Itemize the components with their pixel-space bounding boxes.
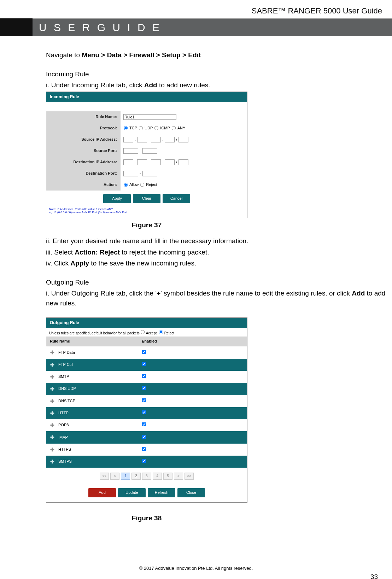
- expand-icon[interactable]: ✚: [50, 362, 54, 368]
- expand-icon[interactable]: ✚: [50, 459, 54, 464]
- doc-header-title: SABRE™ RANGER 5000 User Guide: [0, 0, 392, 18]
- cancel-button[interactable]: Cancel: [163, 194, 190, 203]
- col-enabled: Enabled: [142, 337, 247, 346]
- dst-ip-4[interactable]: [165, 159, 175, 165]
- protocol-options: TCP UDP ICMP ANY: [121, 123, 247, 134]
- banner-text: U S E R G U I D E: [39, 22, 162, 34]
- outgoing-step-i: i. Under Outgoing Rule tab, click the '+…: [46, 288, 388, 308]
- expand-icon[interactable]: ✚: [50, 447, 54, 452]
- rule-name-cell: IMAP: [58, 432, 142, 443]
- rule-name-input[interactable]: [123, 114, 176, 120]
- enabled-checkbox[interactable]: [142, 386, 146, 390]
- expand-icon[interactable]: ✚: [50, 422, 54, 428]
- enabled-checkbox[interactable]: [142, 362, 146, 366]
- pager-button[interactable]: >: [174, 473, 183, 480]
- proto-any-radio[interactable]: [171, 126, 176, 130]
- enabled-checkbox[interactable]: [142, 447, 146, 451]
- src-ip-mask[interactable]: [179, 137, 188, 142]
- pager-button[interactable]: 2: [131, 473, 141, 480]
- pager-button[interactable]: 1: [121, 473, 130, 480]
- default-behavior-note: Unless rules are specified, default beha…: [46, 328, 247, 337]
- incoming-step-ii: ii. Enter your desired rule name and fil…: [46, 236, 388, 246]
- rule-name-cell: HTTPS: [58, 444, 142, 455]
- outgoing-heading: Outgoing Rule: [46, 277, 388, 287]
- page-number: 33: [0, 573, 392, 579]
- close-button[interactable]: Close: [177, 488, 205, 497]
- action-allow-radio[interactable]: [124, 183, 128, 187]
- proto-udp-radio[interactable]: [139, 126, 143, 130]
- label-src-ip: Source IP Address:: [46, 134, 121, 145]
- expand-icon[interactable]: ✚: [50, 386, 54, 392]
- src-ip-4[interactable]: [165, 137, 175, 142]
- table-row: ✚IMAP: [46, 431, 247, 443]
- dst-ip-mask[interactable]: [179, 159, 188, 165]
- incoming-step-iii: iii. Select Action: Reject to reject the…: [46, 247, 388, 257]
- nav-prefix: Navigate to: [46, 51, 82, 59]
- table-row: ✚FTP Data: [46, 346, 247, 358]
- pager-button[interactable]: <: [110, 473, 119, 480]
- pager-button[interactable]: 3: [142, 473, 151, 480]
- enabled-checkbox[interactable]: [142, 374, 146, 378]
- enabled-checkbox[interactable]: [142, 398, 146, 402]
- action-reject-radio[interactable]: [140, 183, 145, 187]
- default-accept-radio[interactable]: [141, 330, 145, 334]
- expand-icon[interactable]: ✚: [50, 374, 54, 380]
- label-dst-port: Destination Port:: [46, 168, 121, 179]
- apply-button[interactable]: Apply: [103, 194, 131, 203]
- enabled-checkbox[interactable]: [142, 410, 146, 415]
- rule-name-cell: SMTPS: [58, 456, 142, 467]
- src-ip-3[interactable]: [151, 137, 161, 142]
- src-ip-1[interactable]: [123, 137, 133, 142]
- src-ip-2[interactable]: [137, 137, 147, 142]
- label-src-port: Source Port:: [46, 145, 121, 157]
- figure-37-panel: Incoming Rule Rule Name: Protocol: TCP U…: [46, 92, 247, 218]
- dst-ip-1[interactable]: [123, 159, 133, 165]
- expand-icon[interactable]: ✚: [50, 410, 54, 416]
- label-dst-ip: Destination IP Address:: [46, 157, 121, 168]
- rule-name-cell: SMTP: [58, 372, 142, 382]
- enabled-checkbox[interactable]: [142, 459, 146, 463]
- clear-button[interactable]: Clear: [133, 194, 160, 203]
- table-row: ✚POP3: [46, 419, 247, 431]
- dst-port-to[interactable]: [142, 171, 157, 176]
- table-row: ✚FTP Ctrl: [46, 359, 247, 371]
- table-row: ✚SMTP: [46, 371, 247, 383]
- refresh-button[interactable]: Refresh: [148, 488, 175, 497]
- src-port-from[interactable]: [123, 148, 138, 154]
- incoming-panel-title: Incoming Rule: [46, 92, 247, 102]
- pager-button[interactable]: <<: [100, 473, 109, 480]
- col-rule-name: Rule Name: [46, 337, 142, 346]
- pager-button[interactable]: 4: [153, 473, 162, 480]
- rule-name-cell: POP3: [58, 420, 142, 431]
- default-reject-radio[interactable]: [159, 330, 163, 334]
- proto-icmp-radio[interactable]: [154, 126, 159, 130]
- src-port-to[interactable]: [142, 148, 157, 154]
- proto-tcp-radio[interactable]: [124, 126, 128, 130]
- enabled-checkbox[interactable]: [142, 434, 146, 439]
- expand-icon[interactable]: ✚: [50, 398, 54, 404]
- table-row: ✚HTTPS: [46, 444, 247, 456]
- update-button[interactable]: Update: [118, 488, 146, 497]
- table-row: ✚DNS TCP: [46, 395, 247, 407]
- pager-button[interactable]: 5: [163, 473, 172, 480]
- enabled-checkbox[interactable]: [142, 422, 146, 427]
- copyright-footer: © 2017 Addvalue Innovation Pte Ltd. All …: [0, 566, 392, 571]
- add-button[interactable]: Add: [88, 488, 116, 497]
- label-protocol: Protocol:: [46, 123, 121, 134]
- incoming-step-iv: iv. Click Apply to the save the new inco…: [46, 258, 388, 268]
- rule-name-cell: DNS UDP: [58, 384, 142, 394]
- dst-ip-2[interactable]: [137, 159, 147, 165]
- rule-name-cell: FTP Data: [58, 347, 142, 358]
- pager-button[interactable]: >>: [185, 473, 194, 480]
- dst-port-from[interactable]: [123, 171, 138, 176]
- expand-icon[interactable]: ✚: [50, 350, 54, 355]
- enabled-checkbox[interactable]: [142, 350, 146, 354]
- label-rule-name: Rule Name:: [46, 111, 121, 123]
- note-text: Note: IP Addresses, Ports with value 0 m…: [46, 207, 247, 218]
- banner: U S E R G U I D E: [0, 18, 392, 36]
- incoming-step-i: i. Under Incoming Rule tab, click Add to…: [46, 80, 388, 90]
- figure-37-caption: Figure 37: [46, 220, 247, 230]
- dst-ip-3[interactable]: [151, 159, 161, 165]
- nav-instruction: Navigate to Menu > Data > Firewall > Set…: [46, 50, 388, 60]
- expand-icon[interactable]: ✚: [50, 434, 54, 440]
